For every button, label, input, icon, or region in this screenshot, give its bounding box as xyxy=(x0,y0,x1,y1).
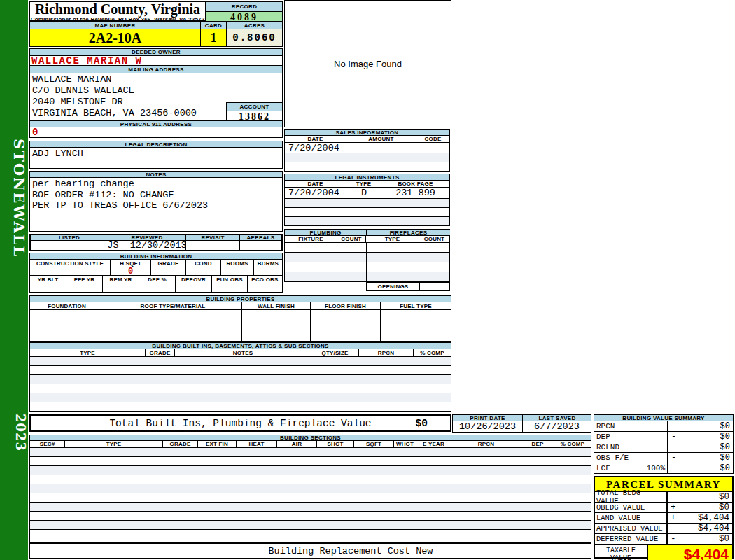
empty-row xyxy=(30,466,591,475)
building-sections-footer: Building Replacement Cost New xyxy=(29,543,592,559)
empty-row xyxy=(284,199,450,208)
sec-comp-label: % COMP xyxy=(554,441,591,447)
county-header: Richmond County, Virginia Commissioner o… xyxy=(29,1,206,21)
parcel-label: APPRAISED VALUE xyxy=(595,524,668,533)
account-label: ACCOUNT xyxy=(226,102,283,111)
empty-row xyxy=(284,153,450,162)
county-title: Richmond County, Virginia xyxy=(30,3,205,16)
bvs-label: RCLND xyxy=(596,443,620,451)
sales-headers: DATE AMOUNT CODE xyxy=(284,136,450,143)
fireplace-type-label: TYPE xyxy=(366,236,419,242)
wall-finish-value[interactable] xyxy=(242,310,311,341)
dep-pct-label: DEP % xyxy=(139,276,176,283)
bvs-value[interactable]: $0 xyxy=(720,432,730,442)
parcel-value[interactable]: $0 xyxy=(719,503,729,512)
map-number-label: MAP NUMBER xyxy=(30,22,201,29)
rem-yr-value[interactable] xyxy=(103,284,139,292)
physical-911-value[interactable]: 0 xyxy=(29,127,283,138)
parcel-value[interactable]: $0 xyxy=(719,534,729,544)
legal-instrument-row[interactable]: 7/20/2004 D 231 899 xyxy=(284,188,450,199)
print-date-value: 10/26/2023 xyxy=(453,421,523,432)
sales-code-label: CODE xyxy=(416,136,449,142)
sales-date-value: 7/20/2004 xyxy=(288,143,340,153)
dep-pct-value[interactable] xyxy=(139,284,176,292)
acres-value[interactable]: 0.8060 xyxy=(227,29,282,46)
parcel-value[interactable]: $4,404 xyxy=(698,513,729,523)
building-information-title: BUILDING INFORMATION xyxy=(29,253,283,260)
bvs-value[interactable]: $0 xyxy=(720,453,730,463)
grade-value[interactable] xyxy=(151,267,186,275)
eco-obs-value[interactable] xyxy=(248,284,282,292)
built-ins-total-label: Total Built Ins, Plumbing & Fireplace Va… xyxy=(109,418,371,429)
openings-value[interactable] xyxy=(419,282,450,291)
rooms-value[interactable] xyxy=(221,267,254,275)
card-value[interactable]: 1 xyxy=(201,29,227,46)
bdrms-label: BDRMS xyxy=(254,260,282,267)
fun-obs-value[interactable] xyxy=(212,284,248,292)
listed-value[interactable] xyxy=(31,241,108,250)
building-value-summary-table: RPCN $0 DEP -$0 RCLND $0 OBS F/E -$0 LCF… xyxy=(594,421,734,474)
listed-label: LISTED xyxy=(31,235,108,240)
physical-911-label: PHYSICAL 911 ADDRESS xyxy=(29,120,283,127)
empty-row xyxy=(30,475,591,484)
eff-yr-value[interactable] xyxy=(66,284,103,292)
building-sections-rows xyxy=(29,448,592,543)
sec-shgt-label: SHGT xyxy=(317,441,354,447)
bvs-op: - xyxy=(671,432,676,442)
mailing-address-line: C/O DENNIS WALLACE xyxy=(30,85,282,97)
roof-type-value[interactable] xyxy=(104,310,242,341)
empty-row xyxy=(285,253,449,262)
notes-label: NOTES xyxy=(29,171,283,178)
foundation-value[interactable] xyxy=(30,310,104,341)
yr-blt-value[interactable] xyxy=(30,284,66,292)
wall-finish-label: WALL FINISH xyxy=(242,302,311,309)
hsqft-value[interactable]: 0 xyxy=(111,267,151,275)
empty-row xyxy=(285,262,449,272)
taxable-value[interactable]: $4,404 xyxy=(648,545,732,560)
parcel-label: OBLDG VALUE xyxy=(595,503,668,512)
bvs-label: RPCN xyxy=(596,422,615,430)
building-info-headers-2: YR BLT EFF YR REM YR DEP % DEPOVR FUN OB… xyxy=(29,276,283,284)
property-record-card: STONEWALL 2023 Richmond County, Virginia… xyxy=(0,0,735,560)
bvs-value[interactable]: $0 xyxy=(720,463,730,473)
eco-obs-label: ECO OBS xyxy=(248,276,282,283)
notes-box[interactable]: per hearing change BOE ORDER #112: NO CH… xyxy=(29,178,283,232)
taxable-row: TAXABLE VALUE $4,404 xyxy=(595,545,732,560)
parcel-op: + xyxy=(671,503,676,512)
deeded-owner-value[interactable]: WALLACE MARIAN W xyxy=(29,56,283,66)
appeals-value[interactable] xyxy=(240,241,281,250)
building-info-values-2 xyxy=(29,284,283,293)
tax-year: 2023 xyxy=(0,408,28,457)
sales-row[interactable]: 7/20/2004 xyxy=(284,143,450,153)
fuel-type-value[interactable] xyxy=(381,310,451,341)
print-info-headers: PRINT DATE LAST SAVED xyxy=(452,414,592,421)
bvs-value[interactable]: $0 xyxy=(720,442,730,452)
construction-style-value[interactable] xyxy=(30,267,111,275)
building-sections-headers: SEC# TYPE GRADE EXT FIN HEAT AIR SHGT SQ… xyxy=(29,441,592,448)
bvs-label: DEP xyxy=(596,433,610,441)
built-ins-total-value[interactable]: $0 xyxy=(416,418,428,429)
parcel-value[interactable]: $0 xyxy=(719,492,729,502)
reviewed-value[interactable]: JS 12/30/2013 xyxy=(108,241,186,250)
legal-description-value[interactable]: ADJ LYNCH xyxy=(29,148,283,169)
floor-finish-value[interactable] xyxy=(311,310,381,341)
sec-grade-label: GRADE xyxy=(163,441,198,447)
revisit-value[interactable] xyxy=(186,241,240,250)
bi-notes-label: NOTES xyxy=(175,349,312,356)
sales-date-label: DATE xyxy=(285,136,346,142)
building-properties-title: BUILDING PROPERTIES xyxy=(29,295,451,302)
plumbing-title: PLUMBING xyxy=(284,229,366,236)
empty-row xyxy=(284,208,450,217)
parcel-value[interactable]: $4,404 xyxy=(698,524,729,533)
mailing-address-line: WALLACE MARIAN xyxy=(30,74,282,85)
empty-row xyxy=(30,457,591,466)
empty-row xyxy=(30,448,591,457)
map-number-value[interactable]: 2A2-10A xyxy=(30,29,201,46)
bi-qty-label: QTY/SIZE xyxy=(312,349,359,356)
cond-value[interactable] xyxy=(186,267,221,275)
depovr-value[interactable] xyxy=(176,284,212,292)
bdrms-value[interactable] xyxy=(254,267,282,275)
empty-row xyxy=(30,384,451,393)
bvs-value[interactable]: $0 xyxy=(720,421,730,431)
building-info-values-1: 0 xyxy=(29,267,283,276)
